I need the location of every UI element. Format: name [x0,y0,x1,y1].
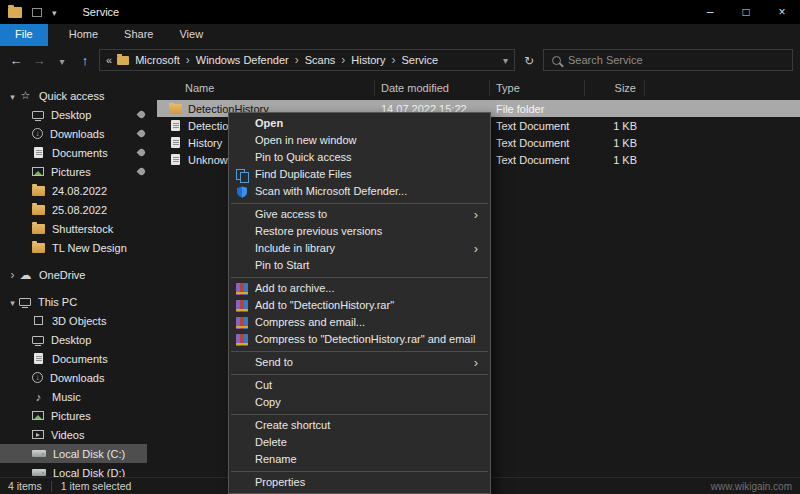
menu-item-give-access-to[interactable]: Give access to [229,206,490,223]
column-header-type[interactable]: Type [490,80,585,96]
status-divider [51,481,52,492]
menu-item-properties[interactable]: Properties [229,474,490,491]
download-icon [32,128,43,139]
window-controls: – □ × [692,0,800,24]
crumb-scans[interactable]: Scans [305,54,336,66]
explorer-app-icon[interactable] [8,7,22,18]
sidebar-item-videos[interactable]: Videos [0,425,157,444]
column-header-name[interactable]: Name [157,80,375,96]
sidebar-item-label: Videos [51,429,84,441]
minimize-button[interactable]: – [692,0,728,24]
sidebar-item-quick-access[interactable]: Quick access [0,86,157,105]
menu-item-delete[interactable]: Delete [229,434,490,451]
sidebar-item-onedrive[interactable]: OneDrive [0,265,157,284]
sidebar-item-desktop[interactable]: Desktop [0,105,157,124]
breadcrumb-separator-icon[interactable] [180,53,196,67]
sidebar-item-label: Quick access [39,90,104,102]
tab-view[interactable]: View [166,24,216,46]
document-icon [34,147,43,158]
quick-access-star-icon [19,89,32,102]
sidebar-item-tl-new-design[interactable]: TL New Design [0,238,157,257]
column-headers: Name Date modified Type Size [157,78,800,98]
up-icon[interactable] [76,53,94,68]
crumb-history[interactable]: History [351,54,385,66]
sidebar-item-local-disk-d[interactable]: Local Disk (D:) [0,463,157,477]
menu-item-send-to[interactable]: Send to [229,354,490,371]
sidebar-item-label: Desktop [51,334,91,346]
column-header-date-modified[interactable]: Date modified [375,80,490,96]
menu-item-open-in-new-window[interactable]: Open in new window [229,132,490,149]
sidebar-item-pictures-pc[interactable]: Pictures [0,406,157,425]
folder-icon [169,104,182,114]
sidebar-item-label: Desktop [51,109,91,121]
tab-file[interactable]: File [0,24,48,46]
navigation-pane: Quick access Desktop Downloads Documents… [0,74,157,477]
ribbon-tab-bar: File Home Share View [0,24,800,46]
chevron-down-icon[interactable] [6,296,19,308]
tab-home[interactable]: Home [56,24,111,46]
menu-item-include-in-library[interactable]: Include in library [229,240,490,257]
chevron-down-icon[interactable] [6,90,19,102]
menu-item-restore-previous-versions[interactable]: Restore previous versions [229,223,490,240]
sidebar-item-downloads-pc[interactable]: Downloads [0,368,157,387]
sidebar-item-3d-objects[interactable]: 3D Objects [0,311,157,330]
menu-item-find-duplicate-files[interactable]: Find Duplicate Files [229,166,490,183]
breadcrumb-separator-icon[interactable] [335,53,351,67]
menu-item-copy[interactable]: Copy [229,394,490,411]
recent-locations-chevron-icon[interactable] [53,53,71,68]
close-button[interactable]: × [764,0,800,24]
sidebar-item-documents-pc[interactable]: Documents [0,349,157,368]
sidebar-item-local-disk-c[interactable]: Local Disk (C:) [0,444,147,463]
back-icon[interactable] [7,53,25,68]
breadcrumb-overflow[interactable]: « [106,54,112,66]
menu-item-compress-and-email[interactable]: Compress and email... [229,314,490,331]
menu-item-cut[interactable]: Cut [229,377,490,394]
maximize-button[interactable]: □ [728,0,764,24]
sidebar-item-this-pc[interactable]: This PC [0,292,157,311]
crumb-windows-defender[interactable]: Windows Defender [196,54,289,66]
sidebar-item-25-08-2022[interactable]: 25.08.2022 [0,200,157,219]
sidebar-item-documents[interactable]: Documents [0,143,157,162]
menu-item-add-to-archive[interactable]: Add to archive... [229,280,490,297]
sidebar-item-music[interactable]: Music [0,387,157,406]
folder-icon [32,205,45,215]
menu-item-pin-to-start[interactable]: Pin to Start [229,257,490,274]
monitor-icon [32,111,44,119]
menu-item-add-to-detectionhistory-rar[interactable]: Add to "DetectionHistory.rar" [229,297,490,314]
file-type: Text Document [490,137,585,149]
folder-properties-icon[interactable] [32,8,42,17]
customize-toolbar-chevron-icon[interactable] [52,6,57,18]
address-history-chevron-icon[interactable] [503,54,508,66]
sidebar-item-shutterstock[interactable]: Shutterstock [0,219,157,238]
search-input[interactable]: Search Service [543,49,793,71]
breadcrumb[interactable]: « Microsoft Windows Defender Scans Histo… [99,49,515,71]
file-size: 1 KB [585,154,645,166]
sidebar-item-label: Documents [52,147,108,159]
breadcrumb-separator-icon[interactable] [386,53,402,67]
file-size: 1 KB [585,120,645,132]
menu-item-scan-with-microsoft-defender[interactable]: Scan with Microsoft Defender... [229,183,490,200]
sidebar-item-label: Downloads [50,128,104,140]
menu-item-compress-to-rar-and-email[interactable]: Compress to "DetectionHistory.rar" and e… [229,331,490,348]
menu-separator [231,374,488,375]
column-header-size[interactable]: Size [585,80,645,96]
menu-separator [231,203,488,204]
sidebar-item-desktop-pc[interactable]: Desktop [0,330,157,349]
sidebar-item-24-08-2022[interactable]: 24.08.2022 [0,181,157,200]
crumb-service[interactable]: Service [402,54,439,66]
menu-item-pin-to-quick-access[interactable]: Pin to Quick access [229,149,490,166]
crumb-microsoft[interactable]: Microsoft [135,54,180,66]
menu-item-rename[interactable]: Rename [229,451,490,468]
forward-icon[interactable] [30,53,48,68]
file-size: 1 KB [585,137,645,149]
tab-share[interactable]: Share [111,24,166,46]
sidebar-item-pictures[interactable]: Pictures [0,162,157,181]
chevron-right-icon[interactable] [6,268,19,282]
menu-item-open[interactable]: Open [229,115,490,132]
menu-item-create-shortcut[interactable]: Create shortcut [229,417,490,434]
folder-icon [32,243,45,253]
sidebar-item-downloads[interactable]: Downloads [0,124,157,143]
breadcrumb-separator-icon[interactable] [289,53,305,67]
defender-shield-icon [236,186,248,201]
refresh-icon[interactable] [520,53,538,68]
